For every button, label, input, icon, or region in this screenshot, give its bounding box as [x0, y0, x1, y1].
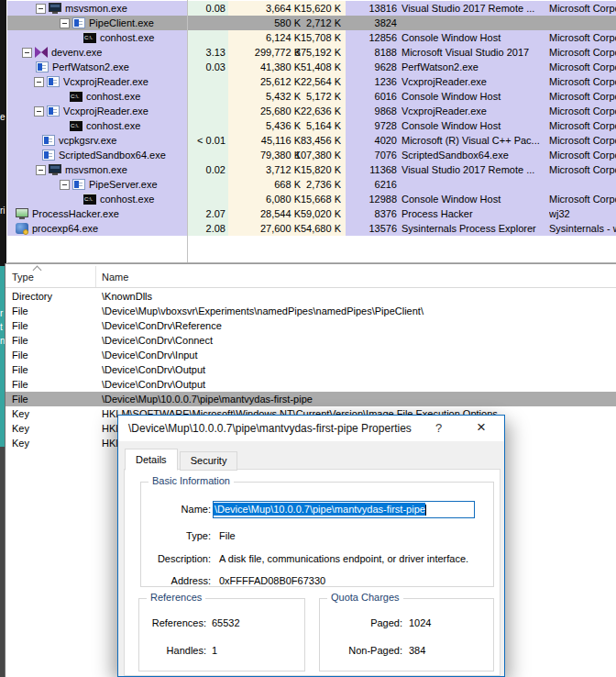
- process-tree-cell: VcxprojReader.exe: [7, 74, 148, 89]
- working-set-cell: 15,620 K: [282, 1, 341, 16]
- process-row[interactable]: VcxprojReader.exe25,612 K22,564 K1236Vcx…: [7, 74, 616, 89]
- process-row[interactable]: ProcessHacker.exe2.0728,544 K59,020 K837…: [7, 206, 616, 221]
- process-row[interactable]: VcxprojReader.exe25,680 K22,636 K9868Vcx…: [7, 104, 616, 118]
- type-label: Type:: [148, 530, 211, 541]
- process-row[interactable]: conhost.exe6,080 K15,668 K12988Console W…: [7, 192, 616, 206]
- pid-cell: 13816: [351, 1, 397, 16]
- company-cell: Microsoft Corpor: [549, 30, 616, 45]
- description-cell: Sysinternals Process Explorer: [402, 221, 548, 236]
- console-icon: [83, 194, 96, 205]
- tab-details[interactable]: Details: [125, 449, 178, 471]
- handle-row[interactable]: File\Device\Mup\10.0.0.7\pipe\mantvydas-…: [6, 392, 616, 406]
- paged-value: 1024: [409, 617, 431, 628]
- process-tree-pane[interactable]: msvsmon.exe0.083,664 K15,620 K13816Visua…: [7, 0, 616, 263]
- tree-collapse-icon[interactable]: [36, 4, 46, 14]
- screen: { "colors": { "row_lavender": "#d0ccf2",…: [0, 0, 616, 677]
- cpu-cell: 3.13: [163, 45, 226, 60]
- process-row[interactable]: msvsmon.exe0.083,664 K15,620 K13816Visua…: [7, 1, 616, 16]
- process-row[interactable]: procexp64.exe2.0827,600 K54,680 K13576Sy…: [7, 221, 616, 236]
- cpu-cell: [163, 192, 226, 206]
- cpu-cell: 0.03: [163, 60, 226, 74]
- handle-type-cell: File: [12, 377, 28, 392]
- name-field[interactable]: \Device\Mup\10.0.0.7\pipe\mantvydas-firs…: [213, 501, 475, 518]
- close-icon[interactable]: ×: [472, 418, 490, 437]
- handle-row[interactable]: File\Device\ConDrv\Input: [6, 348, 616, 362]
- handle-row[interactable]: File\Device\ConDrv\Connect: [6, 333, 616, 348]
- company-cell: Microsoft Corpor: [549, 1, 616, 16]
- tree-collapse-icon[interactable]: [34, 106, 44, 117]
- handle-row[interactable]: File\Device\ConDrv\Reference: [6, 318, 616, 333]
- process-name: conhost.exe: [99, 192, 154, 206]
- working-set-cell: 375,192 K: [282, 45, 341, 60]
- working-set-cell: 15,708 K: [282, 30, 341, 45]
- app-icon: [42, 150, 55, 161]
- dialog-titlebar[interactable]: \Device\Mup\10.0.0.7\pipe\mantvydas-firs…: [118, 416, 504, 441]
- cpu-cell: 2.08: [163, 221, 226, 236]
- description-cell: Visual Studio 2017 Remote ...: [402, 1, 548, 16]
- process-name: msvsmon.exe: [64, 162, 127, 177]
- process-tree-cell: conhost.exe: [7, 118, 140, 133]
- cpu-cell: [163, 16, 226, 30]
- column-gridline: [187, 0, 188, 262]
- company-cell: Microsoft Corpor: [549, 148, 616, 162]
- tab-security[interactable]: Security: [180, 451, 238, 471]
- process-row[interactable]: conhost.exe5,436 K5,164 K9728Console Win…: [7, 118, 616, 133]
- process-tree-cell: conhost.exe: [7, 89, 140, 104]
- background-window-strip-dark: [0, 0, 6, 266]
- handle-row[interactable]: File\Device\Mup\vboxsvr\Experiments\name…: [6, 304, 616, 318]
- company-cell: Microsoft Corpor: [549, 133, 616, 148]
- group-legend: References: [147, 592, 205, 603]
- process-row[interactable]: conhost.exe6,124 K15,708 K12856Console W…: [7, 30, 616, 45]
- description-cell: Console Window Host: [402, 118, 548, 133]
- pid-cell: 7076: [351, 148, 397, 162]
- handle-row[interactable]: File\Device\ConDrv\Output: [6, 362, 616, 377]
- working-set-cell: 15,668 K: [282, 192, 341, 206]
- working-set-cell: 22,636 K: [282, 104, 341, 118]
- help-button[interactable]: ?: [435, 421, 442, 435]
- process-row[interactable]: ScriptedSandbox64.exe79,380 K107,380 K70…: [7, 148, 616, 162]
- process-row[interactable]: PerfWatson2.exe0.0341,380 K51,408 K9628P…: [7, 60, 616, 74]
- group-legend: Basic Information: [148, 475, 234, 486]
- handle-row[interactable]: Directory\KnownDlls: [6, 289, 616, 304]
- dialog-title: \Device\Mup\10.0.0.7\pipe\mantvydas-firs…: [128, 422, 412, 435]
- description-cell: PerfWatson2.exe: [402, 60, 548, 74]
- process-name: conhost.exe: [85, 118, 140, 133]
- tree-collapse-icon[interactable]: [34, 77, 44, 87]
- handle-row[interactable]: File\Device\ConDrv\Output: [6, 377, 616, 392]
- description-cell: Console Window Host: [402, 89, 548, 104]
- address-value: 0xFFFFAD08B0F67330: [219, 575, 325, 586]
- tree-collapse-icon[interactable]: [60, 180, 70, 190]
- handles-header: Type Name: [6, 263, 616, 288]
- description-label: Description:: [148, 553, 211, 564]
- tree-collapse-icon[interactable]: [22, 48, 32, 58]
- console-icon: [83, 32, 96, 43]
- monitor-icon: [49, 164, 61, 173]
- description-cell: [402, 16, 548, 30]
- tree-collapse-icon[interactable]: [60, 18, 70, 28]
- column-header-name[interactable]: Name: [102, 272, 128, 283]
- column-header-type[interactable]: Type: [12, 272, 34, 283]
- process-row[interactable]: vcpkgsrv.exe< 0.0145,116 K83,456 K4020Mi…: [7, 133, 616, 148]
- process-row[interactable]: devenv.exe3.13299,772 K375,192 K8188Micr…: [7, 45, 616, 60]
- cpu-cell: [163, 74, 226, 89]
- tree-collapse-icon[interactable]: [36, 165, 46, 175]
- process-tree-cell: PipeClient.exe: [7, 16, 154, 30]
- handle-name-cell: \Device\ConDrv\Output: [102, 377, 616, 392]
- working-set-cell: 83,456 K: [282, 133, 341, 148]
- cpu-cell: [163, 89, 226, 104]
- process-row[interactable]: msvsmon.exe0.023,712 K15,820 K11368Visua…: [7, 162, 616, 177]
- pid-cell: 12856: [351, 30, 397, 45]
- handle-type-cell: Key: [12, 406, 29, 421]
- devenv-icon: [35, 47, 48, 59]
- company-cell: wj32: [549, 206, 616, 221]
- process-row[interactable]: PipeServer.exe668 K2,736 K6216: [7, 177, 616, 192]
- process-row[interactable]: conhost.exe5,432 K5,172 K6016Console Win…: [7, 89, 616, 104]
- description-cell: Visual Studio 2017 Remote ...: [402, 162, 548, 177]
- header-divider[interactable]: [95, 266, 96, 287]
- handle-type-cell: File: [12, 333, 28, 348]
- properties-dialog: \Device\Mup\10.0.0.7\pipe\mantvydas-firs…: [117, 415, 505, 677]
- handle-name-cell: \Device\ConDrv\Reference: [102, 318, 616, 333]
- description-cell: VcxprojReader.exe: [402, 74, 548, 89]
- process-name: vcpkgsrv.exe: [58, 133, 116, 148]
- process-row[interactable]: PipeClient.exe580 K2,712 K3824: [7, 16, 616, 30]
